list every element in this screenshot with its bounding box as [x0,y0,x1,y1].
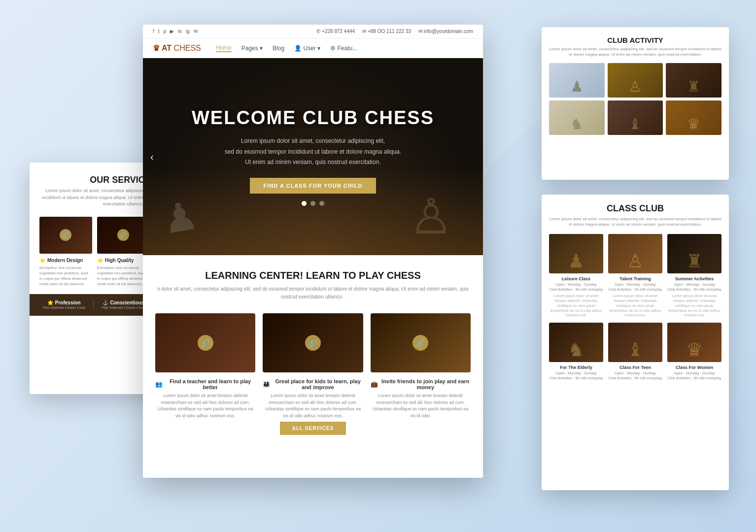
dot-3[interactable] [319,201,324,206]
feature-img-3: 🔗 [371,313,471,372]
service-img-2: 🔗 [97,217,150,254]
learning-title: LEARNING CENTER! LEARN TO PLAY CHESS [155,270,471,281]
link-icon-3[interactable]: 🔗 [412,335,428,351]
class-activities-6: Club Activities : 9h-18h everyday [667,376,722,380]
class-desc-3: Lorem ipsum dolor sit amet timeam deleni… [667,294,722,318]
class-item-3: ♜ Summer Activities Open : Monday - Sund… [667,234,722,318]
class-schedule-4: Open : Monday - Sunday [549,371,603,375]
feature-img-2: 🔗 [263,313,363,372]
club-activity-title: CLUB ACTIVITY [549,36,722,44]
feature-img-1: 🔗 [155,313,255,372]
feature-card-1: 🔗 👥 Find a teacher and learn to play bet… [155,313,255,419]
class-club-title: CLASS CLUB [549,203,722,214]
activity-chess-4: ♞ [570,115,584,133]
club-activity-subtitle: Lorem ipsum dolor sit amet, consectetur … [549,46,722,57]
class-img-1: ♟ [549,234,603,273]
dot-1[interactable] [302,201,307,206]
main-panel: f t p ▶ in ig ✉ ✆ +228 872 4444 ✉ +88 OO… [143,25,483,478]
phone-number: ✆ +228 872 4444 [316,29,355,34]
nav-feat[interactable]: ⚙ Featu... [330,45,357,52]
feature-title-1: 👥 Find a teacher and learn to play bette… [155,378,255,390]
all-services-button[interactable]: ALL SERVICES [280,422,346,435]
feature-title-3: 💼 Invite friends to join play and earn m… [371,378,471,390]
activity-chess-2: ♙ [628,78,642,95]
activity-img-6: ♛ [666,100,722,135]
logo-text: AT CHESS [162,44,201,53]
class-activities-2: Club Activities : 9h-18h everyday [608,287,662,292]
nav-user[interactable]: 👤 User ▾ [294,45,320,52]
class-item-5: ♝ Class For Teen Open : Monday - Sunday … [608,323,662,382]
nav-pages[interactable]: Pages ▾ [241,45,263,52]
activity-img-2: ♙ [608,63,663,98]
class-name-4: For The Elderly [549,365,603,370]
activity-chess-5: ♝ [628,115,642,133]
pinterest-icon[interactable]: p [164,29,167,34]
service-desc-2: Excepteur sint occaecat cupidatat non pr… [97,265,150,287]
stat-profession-sub: The Internet Chess Club [34,305,93,310]
class-schedule-1: Open : Monday - Sunday [549,282,603,287]
class-name-6: Class For Women [667,365,722,370]
class-img-2: ♙ [608,234,662,273]
class-chess-1: ♟ [568,250,584,272]
hero-section: ♟ ♙ ‹ WELCOME CLUB CHESS Lorem ipsum dol… [143,58,483,255]
stat-profession: ⭐ Profession The Internet Chess Club [34,300,93,310]
class-img-4: ♞ [549,323,603,362]
link-icon-2[interactable]: 🔗 [305,335,321,351]
class-chess-3: ♜ [686,250,703,272]
class-img-5: ♝ [608,323,662,362]
dot-2[interactable] [310,201,315,206]
linkedin-icon[interactable]: in [178,29,182,34]
feature-title-2: 👨‍👩‍👧 Great place for kids to learn, pla… [263,378,363,390]
instagram-icon[interactable]: ig [186,29,190,34]
activity-chess-1: ♟ [570,78,584,95]
class-schedule-6: Open : Monday - Sunday [667,371,722,375]
class-schedule-2: Open : Monday - Sunday [608,282,662,287]
email-social-icon[interactable]: ✉ [194,29,198,34]
contact-info: ✆ +228 872 4444 ✉ +88 OO 111 222 33 ✉ in… [316,29,473,34]
hero-cta-button[interactable]: FIND A CLASS FOR YOUR CHILD [250,178,377,194]
link-icon-1[interactable]: 🔗 [198,335,213,351]
class-item-6: ♛ Class For Women Open : Monday - Sunday… [667,323,722,382]
learning-section: LEARNING CENTER! LEARN TO PLAY CHESS n d… [143,255,483,452]
class-activities-4: Club Activities : 9h-18h everyday [549,376,603,380]
feature-cards: 🔗 👥 Find a teacher and learn to play bet… [155,313,471,419]
activity-img-3: ♜ [666,63,722,98]
stat-profession-label: ⭐ Profession [34,300,93,305]
class-item-1: ♟ Leisure Class Open : Monday - Sunday C… [549,234,603,318]
logo[interactable]: ♛ AT CHESS [153,43,201,53]
class-name-1: Leisure Class [549,276,603,281]
class-club-subtitle: Lorem ipsum dolor sit amet, consectetur … [549,216,722,227]
class-activities-5: Club Activities : 9h-18h everyday [608,376,662,380]
class-club-panel: CLASS CLUB Lorem ipsum dolor sit amet, c… [542,195,729,490]
activity-grid: ♟ ♙ ♜ ♞ ♝ ♛ [549,63,722,135]
prev-arrow[interactable]: ‹ [150,151,154,163]
social-icons: f t p ▶ in ig ✉ [153,29,198,34]
nav-blog[interactable]: Blog [273,45,284,52]
service-link-2[interactable]: 🔗 [117,229,129,241]
activity-chess-6: ♛ [687,115,700,133]
facebook-icon[interactable]: f [153,29,154,34]
club-activity-panel: CLUB ACTIVITY Lorem ipsum dolor sit amet… [542,27,729,180]
service-name-1: ⭐Modern Design [39,258,92,263]
activity-img-1: ♟ [549,63,605,98]
class-chess-6: ♛ [686,339,703,361]
email-address: ✉ info@yourdomain.com [418,29,473,34]
class-name-5: Class For Teen [608,365,662,370]
service-link-1[interactable]: 🔗 [60,229,71,241]
anchor-icon: ⚓ [103,300,108,305]
slider-dots [192,201,434,206]
service-img-1: 🔗 [39,217,92,254]
navbar: ♛ AT CHESS Home Pages ▾ Blog 👤 User ▾ ⚙ … [143,38,483,58]
service-name-2: ⭐High Quality [97,258,150,263]
contact-bar: f t p ▶ in ig ✉ ✆ +228 872 4444 ✉ +88 OO… [143,25,483,38]
feature-card-2: 🔗 👨‍👩‍👧 Great place for kids to learn, p… [263,313,363,419]
class-chess-5: ♝ [627,339,644,361]
youtube-icon[interactable]: ▶ [170,29,174,34]
activity-img-4: ♞ [549,100,605,135]
logo-chess-icon: ♛ [153,43,160,53]
class-chess-4: ♞ [568,339,584,361]
twitter-icon[interactable]: t [158,29,160,34]
nav-home[interactable]: Home [216,44,232,52]
feature-desc-3: Lorem ipsum dolor sit amet timeam deleni… [371,393,471,419]
feature-card-3: 🔗 💼 Invite friends to join play and earn… [371,313,471,419]
